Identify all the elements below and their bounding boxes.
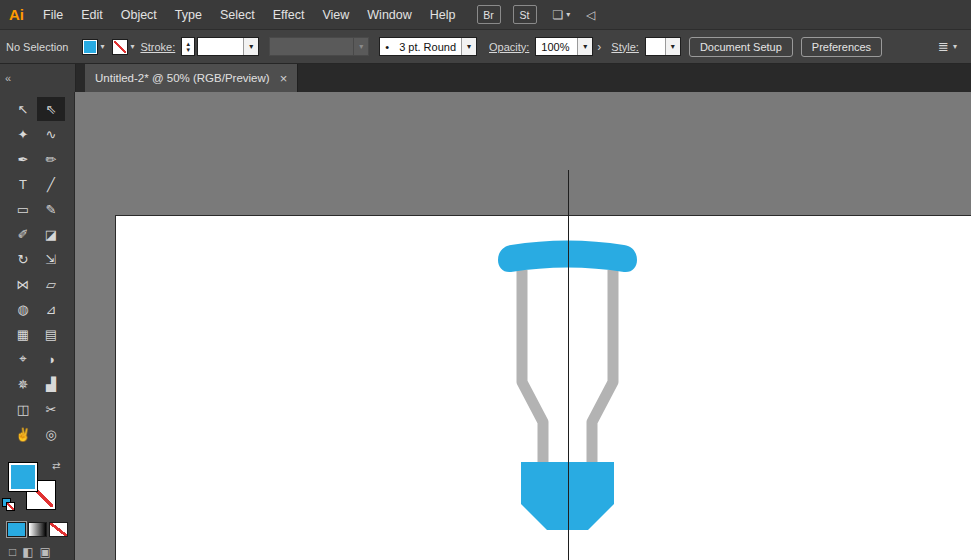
hand-tool[interactable]: ✌ [9,422,37,446]
draw-inside-icon[interactable]: ▣ [40,545,51,559]
swap-fill-stroke-icon[interactable]: ⇄ [52,460,60,471]
panel-collapse[interactable]: « [0,64,76,92]
artboard-tool[interactable]: ◫ [9,397,37,421]
pen-tool[interactable]: ✒ [9,147,37,171]
document-setup-button[interactable]: Document Setup [689,37,793,57]
stock-button[interactable]: St [513,5,537,24]
fill-stroke-widget: ⇄ [0,458,74,516]
crutch-artwork [485,232,665,542]
menu-object[interactable]: Object [112,0,166,30]
tools-grid: ↖ ⇖ ✦ ∿ ✒ ✏ T ╱ ▭ ✎ ✐ ◪ ↻ ⇲ ⋈ ▱ ◍ ⊿ ▦ ▤ … [0,92,74,446]
color-mode-button[interactable] [7,522,26,537]
align-icon: ≣ [938,39,949,54]
mesh-tool[interactable]: ▦ [9,322,37,346]
column-graph-tool[interactable]: ▟ [37,372,65,396]
menu-file[interactable]: File [34,0,72,30]
gradient-tool[interactable]: ▤ [37,322,65,346]
gradient-mode-button[interactable] [28,522,47,537]
stroke-color-control[interactable]: ▾ [112,39,134,55]
menu-edit[interactable]: Edit [72,0,112,30]
zoom-tool[interactable]: ◎ [37,422,65,446]
selection-status: No Selection [6,41,68,53]
menu-help[interactable]: Help [421,0,465,30]
app-logo[interactable]: Ai [0,6,34,23]
scale-tool[interactable]: ⇲ [37,247,65,271]
chevron-down-icon: ▾ [100,42,104,51]
menu-effect[interactable]: Effect [264,0,314,30]
brush-definition-value: 3 pt. Round [394,41,461,53]
default-stroke-icon [6,502,15,511]
main-area: ↖ ⇖ ✦ ∿ ✒ ✏ T ╱ ▭ ✎ ✐ ◪ ↻ ⇲ ⋈ ▱ ◍ ⊿ ▦ ▤ … [0,92,971,560]
stroke-swatch-icon [112,39,128,55]
opacity-panel-link[interactable]: Opacity: [489,41,529,53]
stroke-width-combo[interactable]: ▾ [197,37,259,56]
pencil-tool[interactable]: ✐ [9,222,37,246]
draw-mode-buttons: □ ◧ ▣ [9,545,74,559]
menu-view[interactable]: View [313,0,358,30]
brush-definition-combo[interactable]: • 3 pt. Round ▾ [379,37,477,56]
control-bar: No Selection ▾ ▾ Stroke: ▲ ▼ ▾ ▾ • 3 pt.… [0,30,971,64]
perspective-grid-tool[interactable]: ⊿ [37,297,65,321]
rectangle-tool[interactable]: ▭ [9,197,37,221]
document-tab[interactable]: Untitled-2* @ 50% (RGB/Preview) × [85,64,298,92]
canvas-area[interactable] [75,92,971,560]
curvature-tool[interactable]: ✏ [37,147,65,171]
chevron-down-icon: ▾ [461,38,476,55]
opacity-flyout-icon[interactable]: › [597,40,601,54]
style-panel-link[interactable]: Style: [611,41,639,53]
default-fill-stroke-icon[interactable] [2,498,16,512]
chevron-down-icon: ▾ [953,42,957,51]
opacity-combo[interactable]: 100% ▾ [535,37,593,56]
bridge-button[interactable]: Br [477,5,501,24]
shape-builder-tool[interactable]: ◍ [9,297,37,321]
chevron-down-icon: ▾ [577,38,592,55]
chevron-down-icon: ▾ [665,38,680,55]
brush-dot-icon: • [380,41,394,53]
fill-indicator[interactable] [8,462,38,492]
stroke-panel-link[interactable]: Stroke: [140,41,175,53]
align-options-control[interactable]: ≣ ▾ [938,39,957,54]
selection-tool[interactable]: ↖ [9,97,37,121]
fill-color-control[interactable]: ▾ [82,39,104,55]
slice-tool[interactable]: ✂ [37,397,65,421]
eyedropper-tool[interactable]: ⌖ [9,347,37,371]
magic-wand-tool[interactable]: ✦ [9,122,37,146]
free-transform-tool[interactable]: ▱ [37,272,65,296]
fill-swatch-icon [82,39,98,55]
color-mode-buttons [7,522,74,537]
type-tool[interactable]: T [9,172,37,196]
none-mode-button[interactable] [49,522,68,537]
stroke-width-stepper[interactable]: ▲ ▼ [181,37,195,56]
close-icon[interactable]: × [280,71,288,86]
workspace-switcher[interactable]: ❏ ▾ [553,8,571,22]
variable-width-combo: ▾ [269,37,369,56]
collapse-panel-icon: « [5,72,11,84]
preferences-button[interactable]: Preferences [801,37,882,57]
line-segment-tool[interactable]: ╱ [37,172,65,196]
vertical-guide-line[interactable] [568,170,569,560]
symbol-sprayer-tool[interactable]: ✵ [9,372,37,396]
menu-window[interactable]: Window [358,0,420,30]
width-tool[interactable]: ⋈ [9,272,37,296]
menu-type[interactable]: Type [166,0,211,30]
blend-tool[interactable]: ◑ [37,347,65,371]
chevron-down-icon: ▾ [353,38,368,55]
direct-selection-tool[interactable]: ⇖ [37,97,65,121]
stepper-down-icon: ▼ [185,47,191,53]
workspace-icon: ❏ [553,8,564,22]
lasso-tool[interactable]: ∿ [37,122,65,146]
tools-panel: ↖ ⇖ ✦ ∿ ✒ ✏ T ╱ ▭ ✎ ✐ ◪ ↻ ⇲ ⋈ ▱ ◍ ⊿ ▦ ▤ … [0,92,75,560]
document-title: Untitled-2* @ 50% (RGB/Preview) [95,72,270,84]
document-tab-bar: « Untitled-2* @ 50% (RGB/Preview) × [0,64,971,92]
style-combo[interactable]: ▾ [645,37,681,56]
eraser-tool[interactable]: ◪ [37,222,65,246]
draw-normal-icon[interactable]: □ [9,545,16,559]
opacity-value: 100% [536,41,577,53]
menu-select[interactable]: Select [211,0,264,30]
announcement-icon[interactable]: ◁ [586,8,595,22]
chevron-down-icon: ▾ [243,38,258,55]
paintbrush-tool[interactable]: ✎ [37,197,65,221]
draw-behind-icon[interactable]: ◧ [22,545,33,559]
rotate-tool[interactable]: ↻ [9,247,37,271]
menu-bar: Ai File Edit Object Type Select Effect V… [0,0,971,30]
